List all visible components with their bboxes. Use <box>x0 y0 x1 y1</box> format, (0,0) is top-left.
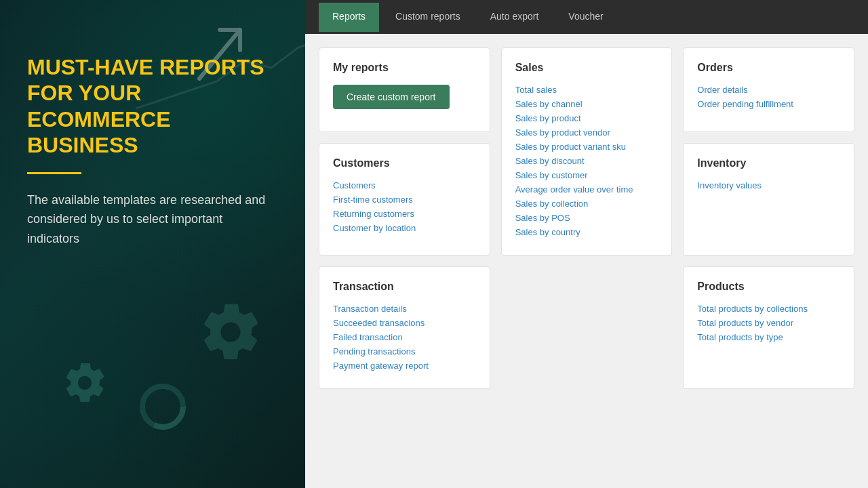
create-custom-report-button[interactable]: Create custom report <box>333 85 450 109</box>
tab-voucher[interactable]: Voucher <box>555 3 616 32</box>
customers-title: Customers <box>333 157 476 169</box>
orders-link-details[interactable]: Order details <box>697 85 840 95</box>
left-panel: MUST-HAVE REPORTS FOR YOUR ECOMMERCE BUS… <box>0 0 305 488</box>
sales-link-by-pos[interactable]: Sales by POS <box>515 213 658 223</box>
hero-title: MUST-HAVE REPORTS FOR YOUR ECOMMERCE BUS… <box>27 54 278 159</box>
inventory-link-values[interactable]: Inventory values <box>697 180 840 190</box>
inventory-title: Inventory <box>697 157 840 169</box>
gear-icon-medium <box>197 298 264 366</box>
donut-decoration <box>136 380 190 434</box>
sales-link-by-collection[interactable]: Sales by collection <box>515 199 658 209</box>
tabs-bar: Reports Custom reports Auto export Vouch… <box>305 0 868 34</box>
sales-link-total-sales[interactable]: Total sales <box>515 85 658 95</box>
right-panel: Reports Custom reports Auto export Vouch… <box>305 0 868 488</box>
hero-description: The available templates are researched a… <box>27 190 278 249</box>
customers-link-all[interactable]: Customers <box>333 180 476 190</box>
cards-grid: My reports Create custom report Sales To… <box>319 47 854 389</box>
inventory-card: Inventory Inventory values <box>683 143 854 256</box>
products-link-by-collections[interactable]: Total products by collections <box>697 304 840 314</box>
sales-link-by-country[interactable]: Sales by country <box>515 227 658 237</box>
products-link-by-vendor[interactable]: Total products by vendor <box>697 318 840 328</box>
products-card: Products Total products by collections T… <box>683 266 854 389</box>
customers-card: Customers Customers First-time customers… <box>319 143 490 256</box>
orders-title: Orders <box>697 62 840 74</box>
customers-link-by-location[interactable]: Customer by location <box>333 223 476 233</box>
customers-link-returning[interactable]: Returning customers <box>333 209 476 219</box>
transaction-link-details[interactable]: Transaction details <box>333 304 476 314</box>
products-link-by-type[interactable]: Total products by type <box>697 332 840 342</box>
sales-link-by-discount[interactable]: Sales by discount <box>515 156 658 166</box>
transaction-link-pending[interactable]: Pending transactions <box>333 346 476 357</box>
sales-link-by-customer[interactable]: Sales by customer <box>515 170 658 180</box>
transaction-link-failed[interactable]: Failed transaction <box>333 332 476 342</box>
sales-card: Sales Total sales Sales by channel Sales… <box>501 47 673 256</box>
sales-link-by-product[interactable]: Sales by product <box>515 113 658 123</box>
transaction-link-succeeded[interactable]: Succeeded transacions <box>333 318 476 328</box>
transaction-title: Transaction <box>333 281 476 293</box>
sales-link-avg-order-value[interactable]: Average order value over time <box>515 184 658 195</box>
tab-reports[interactable]: Reports <box>319 3 379 32</box>
orders-link-pending[interactable]: Order pending fulfillment <box>697 99 840 109</box>
transaction-card: Transaction Transaction details Succeede… <box>319 266 490 389</box>
hero-divider <box>27 172 81 174</box>
my-reports-card: My reports Create custom report <box>319 47 490 132</box>
tab-custom-reports[interactable]: Custom reports <box>382 3 474 32</box>
tab-auto-export[interactable]: Auto export <box>477 3 553 32</box>
gear-icon-large <box>61 359 108 407</box>
sales-link-by-vendor[interactable]: Sales by product vendor <box>515 127 658 138</box>
customers-link-first-time[interactable]: First-time customers <box>333 195 476 205</box>
products-title: Products <box>697 281 840 293</box>
sales-link-by-sku[interactable]: Sales by product variant sku <box>515 142 658 152</box>
orders-card: Orders Order details Order pending fulfi… <box>683 47 854 132</box>
sales-link-by-channel[interactable]: Sales by channel <box>515 99 658 109</box>
my-reports-title: My reports <box>333 62 476 74</box>
content-area: My reports Create custom report Sales To… <box>305 34 868 488</box>
sales-title: Sales <box>515 62 658 74</box>
transaction-link-payment-gateway[interactable]: Payment gateway report <box>333 361 476 371</box>
